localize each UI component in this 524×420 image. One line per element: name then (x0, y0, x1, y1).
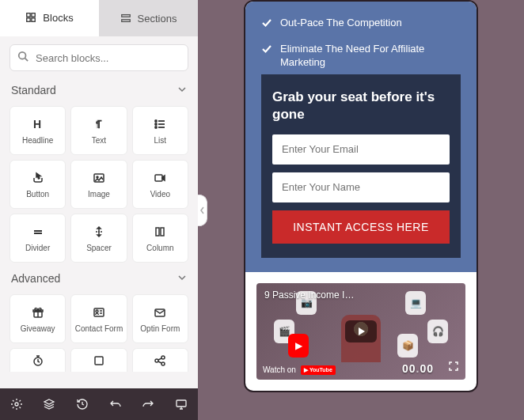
video-icon (154, 171, 166, 185)
mobile-preview: Out-Pace The Competition Eliminate The N… (244, 0, 478, 392)
tab-label: Blocks (43, 12, 73, 24)
svg-line-37 (158, 358, 161, 360)
svg-rect-18 (155, 175, 162, 181)
share-icon (154, 354, 166, 368)
svg-rect-1 (32, 13, 35, 17)
advanced-grid-row2 (0, 348, 198, 376)
group-title: Advanced (11, 272, 60, 285)
search-icon (17, 51, 28, 65)
block-label: Column (146, 244, 173, 252)
block-text[interactable]: ¶Text (70, 106, 127, 155)
block-column[interactable]: Column (132, 214, 188, 263)
search-input[interactable] (9, 44, 188, 71)
block-list[interactable]: List (132, 106, 188, 155)
svg-rect-5 (121, 20, 130, 22)
watch-on-text: Watch on (263, 365, 296, 374)
fullscreen-icon[interactable] (448, 361, 459, 375)
float-icon: 📦 (397, 334, 418, 358)
block-label: Headline (22, 136, 53, 145)
form-title: Grab your seat before it's gone (272, 89, 450, 123)
blocks-icon (25, 12, 36, 23)
group-advanced-header[interactable]: Advanced (0, 267, 198, 289)
block-partial[interactable] (9, 348, 66, 372)
group-title: Standard (11, 84, 56, 96)
block-video[interactable]: Video (132, 160, 188, 209)
block-headline[interactable]: HHeadline (9, 106, 66, 155)
sections-icon (120, 13, 131, 24)
block-label: Button (26, 190, 49, 199)
youtube-badge: ▶ YouTube (301, 365, 336, 375)
svg-rect-33 (95, 357, 103, 365)
tab-label: Sections (138, 13, 177, 25)
optin-form-card[interactable]: Grab your seat before it's gone INSTANT … (261, 74, 461, 258)
unknown-icon (93, 354, 105, 368)
svg-rect-23 (156, 228, 159, 236)
name-field[interactable] (272, 172, 450, 202)
history-button[interactable] (75, 397, 89, 411)
video-thumbnail[interactable]: 📷 💻 🎬 🎧 ▶ 📦 9 Passive Income I… Watch on… (256, 283, 465, 380)
block-divider[interactable]: Divider (9, 214, 66, 263)
countdown-icon (32, 354, 44, 368)
svg-text:¶: ¶ (96, 119, 101, 129)
hero-section[interactable]: Out-Pace The Competition Eliminate The N… (245, 2, 477, 272)
block-image[interactable]: Image (70, 160, 127, 209)
block-label: Divider (25, 244, 50, 252)
svg-point-14 (155, 127, 157, 128)
spacer-icon (93, 225, 105, 239)
bullet-text: Eliminate The Need For Affiliate Marketi… (280, 42, 461, 70)
block-label: Video (150, 190, 170, 199)
tab-blocks[interactable]: Blocks (0, 0, 99, 36)
layers-button[interactable] (42, 397, 56, 411)
chevron-down-icon (177, 84, 187, 96)
bullet-list: Out-Pace The Competition Eliminate The N… (261, 16, 461, 70)
cta-button[interactable]: INSTANT ACCESS HERE (272, 210, 450, 244)
bullet-item[interactable]: Eliminate The Need For Affiliate Marketi… (261, 42, 461, 70)
search-container (0, 36, 198, 79)
bullet-item[interactable]: Out-Pace The Competition (261, 16, 461, 32)
svg-rect-24 (161, 228, 164, 236)
video-time: 00.00 (402, 362, 434, 375)
svg-rect-27 (94, 308, 104, 316)
standard-grid: HHeadline ¶Text List Button Image Video … (0, 101, 198, 267)
float-icon: 🎧 (427, 320, 448, 343)
watch-on-label[interactable]: Watch on ▶ YouTube (263, 365, 336, 375)
preview-button[interactable] (174, 397, 188, 411)
float-icon: ▶ (288, 334, 309, 358)
block-label: Image (88, 190, 110, 199)
block-contact-form[interactable]: Contact Form (70, 294, 127, 343)
email-field[interactable] (272, 134, 450, 165)
collapse-handle[interactable] (198, 195, 207, 226)
tab-sections[interactable]: Sections (99, 0, 198, 36)
video-section[interactable]: 📷 💻 🎬 🎧 ▶ 📦 9 Passive Income I… Watch on… (245, 272, 477, 391)
column-icon (154, 225, 166, 239)
block-label: Spacer (86, 244, 112, 252)
svg-rect-2 (27, 18, 30, 21)
canvas: Out-Pace The Competition Eliminate The N… (198, 0, 524, 420)
block-partial[interactable] (70, 348, 127, 372)
block-partial[interactable] (132, 348, 188, 372)
block-label: List (154, 136, 167, 145)
list-icon (154, 117, 166, 131)
block-label: Giveaway (21, 324, 55, 333)
block-button[interactable]: Button (9, 160, 66, 209)
block-giveaway[interactable]: Giveaway (9, 294, 66, 343)
block-spacer[interactable]: Spacer (70, 214, 127, 263)
group-standard-header[interactable]: Standard (0, 79, 198, 101)
undo-button[interactable] (108, 397, 123, 411)
button-icon (32, 171, 44, 185)
advanced-grid: Giveaway Contact Form Optin Form (0, 289, 198, 348)
giveaway-icon (32, 305, 44, 320)
svg-rect-40 (177, 400, 186, 407)
svg-rect-3 (32, 18, 35, 21)
headline-icon: H (32, 117, 44, 131)
settings-button[interactable] (9, 397, 24, 411)
block-optin-form[interactable]: Optin Form (132, 294, 188, 343)
tabs: Blocks Sections (0, 0, 198, 36)
redo-button[interactable] (141, 397, 155, 411)
contact-form-icon (93, 305, 105, 320)
svg-point-39 (15, 403, 18, 406)
float-icon: 💻 (405, 291, 426, 315)
chevron-down-icon (177, 272, 187, 285)
play-button[interactable] (345, 320, 377, 342)
block-list: Standard HHeadline ¶Text List Button Ima… (0, 79, 198, 388)
